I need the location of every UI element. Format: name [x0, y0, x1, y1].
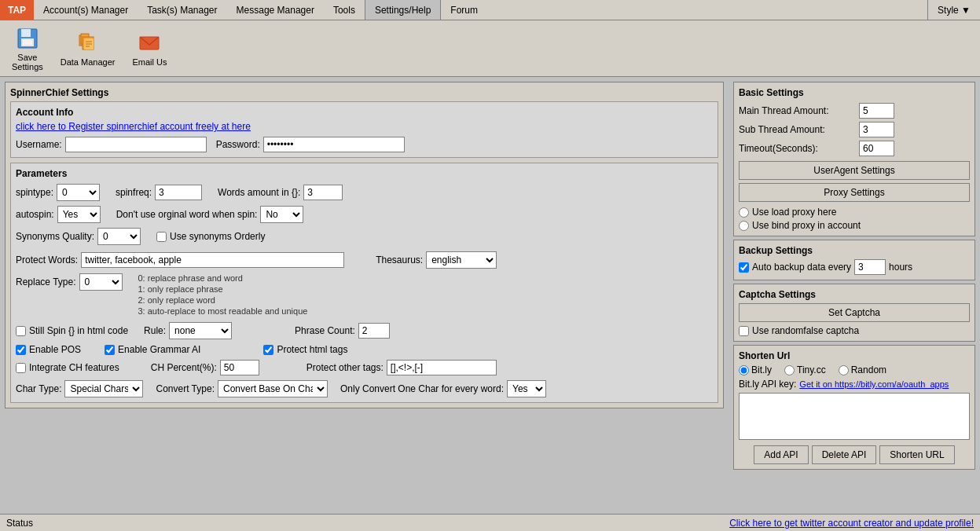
protect-html-checkbox[interactable] — [263, 345, 273, 355]
enable-grammar-checkbox[interactable] — [105, 345, 115, 355]
forum-tab[interactable]: Forum — [441, 0, 487, 20]
parameters-title: Parameters — [16, 168, 713, 179]
use-random-false-label: Use randomfalse captcha — [752, 325, 859, 336]
autospin-label: autospin: — [16, 209, 54, 220]
proxy-settings-button[interactable]: Proxy Settings — [739, 183, 970, 202]
use-bind-proxy-radio[interactable] — [739, 221, 749, 231]
email-us-label: Email Us — [132, 57, 167, 67]
auto-backup-label: Auto backup data every — [752, 262, 851, 273]
use-random-false-checkbox[interactable] — [739, 326, 749, 336]
spintype-select[interactable]: 0123 — [57, 184, 100, 201]
auto-backup-checkbox[interactable] — [739, 262, 749, 273]
main-thread-label: Main Thread Amount: — [739, 105, 853, 116]
dont-use-select[interactable]: NoYes — [260, 206, 303, 223]
char-type-select[interactable]: Special CharsAll Chars — [64, 380, 143, 397]
integrate-ch-label: Integrate CH features — [29, 362, 119, 373]
enable-pos-label: Enable POS — [29, 344, 81, 355]
style-button[interactable]: Style ▼ — [927, 0, 980, 20]
set-captcha-button[interactable]: Set Captcha — [739, 303, 970, 322]
ch-percent-input[interactable] — [220, 360, 259, 375]
tap-tab[interactable]: TAP — [0, 0, 34, 20]
hours-label: hours — [889, 262, 912, 273]
protect-other-label: Protect other tags: — [306, 362, 384, 373]
use-synonyms-orderly-checkbox[interactable] — [156, 232, 167, 242]
replace-desc-3: 3: auto-replace to most readable and uni… — [138, 306, 308, 316]
auto-backup-hours-input[interactable] — [854, 259, 886, 275]
username-label: Username: — [16, 139, 62, 150]
password-label: Password: — [216, 139, 260, 150]
convert-type-select[interactable]: Convert Base On CharConvert Base On Word — [218, 380, 328, 397]
shorten-url-button[interactable]: Shorten URL — [879, 445, 954, 464]
spintype-label: spintype: — [16, 187, 53, 198]
password-input[interactable] — [263, 137, 405, 152]
bitly-label: Bit.ly — [751, 364, 772, 375]
protect-words-label: Protect Words: — [16, 255, 78, 266]
tools-tab[interactable]: Tools — [324, 0, 365, 20]
protect-other-input[interactable] — [387, 360, 497, 375]
status-link[interactable]: Click here to get twitter account creato… — [729, 518, 974, 529]
convert-type-label: Convert Type: — [156, 383, 214, 394]
username-input[interactable] — [65, 137, 207, 152]
use-load-proxy-label: Use load proxy here — [752, 207, 836, 218]
replace-type-label: Replace Type: — [16, 276, 76, 287]
tinycc-label: Tiny.cc — [797, 364, 826, 375]
ch-percent-label: CH Percent(%): — [151, 362, 217, 373]
bitly-api-label: Bit.ly API key: — [739, 379, 796, 390]
email-us-button[interactable]: Email Us — [125, 27, 174, 71]
bitly-api-textarea[interactable] — [739, 393, 970, 440]
use-bind-proxy-label: Use bind proxy in account — [752, 220, 861, 231]
save-icon — [15, 26, 40, 51]
task-manager-tab[interactable]: Task(s) Manager — [138, 0, 226, 20]
replace-desc-1: 1: only replace phrase — [138, 284, 308, 294]
enable-pos-checkbox[interactable] — [16, 345, 26, 355]
words-amount-input[interactable] — [303, 185, 343, 200]
protect-html-label: Protect html tags — [277, 344, 347, 355]
shorten-url-title: Shorten Url — [739, 350, 970, 361]
useragent-settings-button[interactable]: UserAgent Settings — [739, 161, 970, 180]
integrate-ch-checkbox[interactable] — [16, 363, 26, 373]
bitly-api-link[interactable]: Get it on https://bitly.com/a/oauth_apps — [799, 379, 949, 389]
settings-help-tab[interactable]: Settings/Help — [365, 0, 441, 20]
bitly-radio[interactable] — [739, 365, 749, 375]
thesaurus-select[interactable]: englishspanishfrench — [426, 251, 497, 269]
data-manager-button[interactable]: Data Manager — [53, 27, 123, 71]
save-settings-button[interactable]: SaveSettings — [5, 22, 50, 75]
email-icon — [137, 31, 162, 56]
timeout-label: Timeout(Seconds): — [739, 143, 853, 154]
use-load-proxy-radio[interactable] — [739, 207, 749, 218]
thesaurus-label: Thesaurus: — [376, 255, 423, 266]
still-spin-label: Still Spin {} in html code — [29, 325, 128, 336]
message-manager-tab[interactable]: Message Manager — [227, 0, 324, 20]
svg-rect-3 — [23, 40, 32, 45]
main-thread-input[interactable] — [859, 103, 894, 119]
only-convert-select[interactable]: YesNo — [507, 380, 546, 397]
phrase-count-input[interactable] — [358, 323, 390, 339]
synonyms-quality-select[interactable]: 0123 — [97, 228, 141, 245]
rule-select[interactable]: nonedefault — [169, 322, 232, 339]
add-api-button[interactable]: Add API — [754, 445, 808, 464]
data-manager-label: Data Manager — [61, 57, 116, 67]
enable-grammar-label: Enable Grammar AI — [118, 344, 200, 355]
spinfreq-label: spinfreq: — [116, 187, 152, 198]
words-amount-label: Words amount in {}: — [218, 187, 300, 198]
autospin-select[interactable]: YesNo — [57, 206, 101, 223]
status-text: Status — [6, 518, 33, 529]
spinnerchief-title: SpinnerChief Settings — [10, 87, 718, 98]
accounts-manager-tab[interactable]: Account(s) Manager — [34, 0, 138, 20]
sub-thread-input[interactable] — [859, 122, 894, 137]
replace-desc-2: 2: only replace word — [138, 295, 308, 305]
delete-api-button[interactable]: Delete API — [812, 445, 877, 464]
register-link[interactable]: click here to Register spinnerchief acco… — [16, 121, 251, 132]
protect-words-input[interactable] — [81, 252, 344, 268]
still-spin-checkbox[interactable] — [16, 326, 26, 336]
random-radio[interactable] — [839, 365, 849, 375]
tinycc-radio[interactable] — [784, 365, 795, 375]
timeout-input[interactable] — [859, 141, 894, 156]
replace-type-select[interactable]: 0123 — [79, 273, 123, 291]
backup-settings-title: Backup Settings — [739, 245, 970, 256]
spinfreq-input[interactable] — [155, 185, 202, 200]
svg-rect-1 — [21, 29, 31, 37]
sub-thread-label: Sub Thread Amount: — [739, 124, 853, 135]
char-type-label: Char Type: — [16, 383, 61, 394]
random-label: Random — [851, 364, 886, 375]
